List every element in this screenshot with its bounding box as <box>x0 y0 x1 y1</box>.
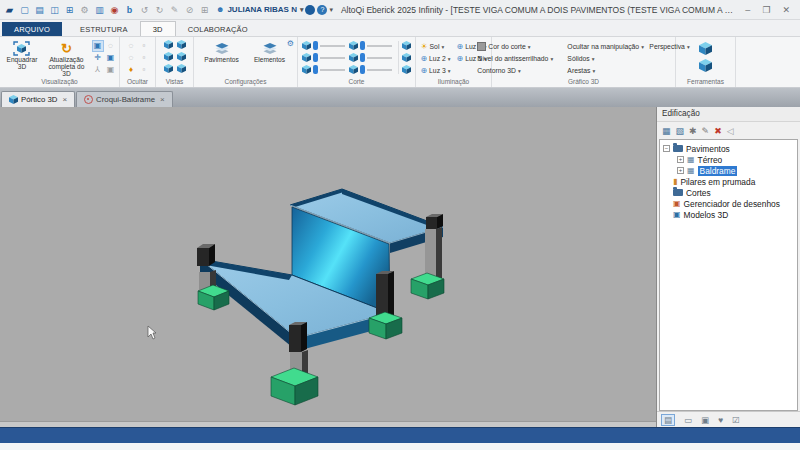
cut-slider-handle[interactable] <box>313 53 318 62</box>
bulb-icon[interactable]: ♦ <box>129 65 133 75</box>
tool-cube-icon[interactable] <box>699 59 712 72</box>
cut-cube-icon[interactable] <box>402 53 411 62</box>
user-account-button[interactable]: ☻ JULIANA RIBAS N ▾ <box>216 5 303 14</box>
edit-icon[interactable]: ✎ <box>702 126 710 136</box>
exit-icon[interactable]: ◁ <box>727 126 734 136</box>
tree-item-baldrame[interactable]: + ▦ Baldrame <box>663 165 797 176</box>
hide-layer-icon[interactable]: ▫ <box>143 53 146 63</box>
nivel-antisserrilhado-button[interactable]: Nível do antisserrilhado▾ <box>477 54 561 63</box>
collapse-icon[interactable]: − <box>663 145 670 152</box>
cor-do-corte-button[interactable]: Cor do corte▾ <box>477 42 561 51</box>
pan-icon[interactable]: ✛ <box>94 53 101 63</box>
cut-slider-track[interactable] <box>320 69 345 71</box>
view-cube-icon[interactable] <box>164 64 173 76</box>
enquadrar-3d-button[interactable]: Enquadrar 3D <box>2 39 42 70</box>
minimize-button[interactable]: – <box>745 5 750 15</box>
tab-portico-3d[interactable]: Pórtico 3D × <box>1 91 75 107</box>
tab-colaboracao[interactable]: COLABORAÇÃO <box>176 22 260 36</box>
cut-cube-icon[interactable] <box>402 65 411 74</box>
hide-element-icon[interactable]: ◌ <box>129 41 134 51</box>
tasks-tab-icon[interactable]: ☑ <box>732 415 740 425</box>
expand-icon[interactable]: ⊞ <box>199 5 210 15</box>
cut-slider-handle[interactable] <box>360 53 365 62</box>
monitor-icon[interactable]: ▣ <box>107 53 115 63</box>
arestas-button[interactable]: Arestas▾ <box>567 66 643 75</box>
favorites-tab-icon[interactable]: ♥ <box>718 415 723 425</box>
target-icon[interactable]: ◉ <box>109 5 120 15</box>
save-icon[interactable]: ◫ <box>49 5 60 15</box>
restore-button[interactable]: ❐ <box>762 5 770 15</box>
walk-mode-icon[interactable]: ⅄ <box>95 65 100 75</box>
new-file-icon[interactable]: ▢ <box>19 5 30 15</box>
tools-icon[interactable]: ✱ <box>689 126 697 136</box>
expand-icon[interactable]: + <box>677 167 684 174</box>
chevron-down-icon[interactable]: ▾ <box>329 6 333 14</box>
model-tab-icon[interactable]: ▣ <box>701 415 709 425</box>
tab-croqui-baldrame[interactable]: Croqui-Baldrame × <box>76 91 173 107</box>
cut-slider-track[interactable] <box>367 69 392 71</box>
cut-slider-handle[interactable] <box>313 65 318 74</box>
help-icon[interactable]: ? <box>317 5 327 15</box>
cut-slider-handle[interactable] <box>313 41 318 50</box>
tree-item-modelos-3d[interactable]: ▣ Modelos 3D <box>663 209 797 220</box>
cut-slider-track[interactable] <box>320 45 345 47</box>
view-cube-icon[interactable] <box>164 52 173 64</box>
save-all-icon[interactable]: ⊞ <box>64 5 75 15</box>
link-icon[interactable]: ⊘ <box>184 5 195 15</box>
tree-item-pilares[interactable]: ▮ Pilares em prumada <box>663 176 797 187</box>
gear-icon[interactable]: ⚙ <box>287 39 294 48</box>
letter-b-icon[interactable]: b <box>124 5 135 15</box>
redo-icon[interactable]: ↻ <box>154 5 165 15</box>
pavimentos-button[interactable]: Pavimentos <box>199 39 245 63</box>
insert-floor-icon[interactable]: ▧ <box>676 126 685 136</box>
close-button[interactable]: ✕ <box>782 5 790 15</box>
tab-estrutura[interactable]: ESTRUTURA <box>68 22 140 36</box>
close-tab-icon[interactable]: × <box>160 95 165 104</box>
iso-view-icon[interactable]: ▣ <box>92 40 104 52</box>
tree-item-gerenciador[interactable]: ▣ Gerenciador de desenhos <box>663 198 797 209</box>
sheet-tab-icon[interactable]: ▭ <box>684 415 692 425</box>
expand-icon[interactable]: + <box>677 156 684 163</box>
tab-3d[interactable]: 3D <box>140 21 176 36</box>
tab-arquivo[interactable]: ARQUIVO <box>2 22 62 36</box>
solidos-button[interactable]: Sólidos▾ <box>567 54 643 63</box>
view-cube-icon[interactable] <box>177 52 186 64</box>
cut-slider-track[interactable] <box>320 57 345 59</box>
ocultar-manipulacao-button[interactable]: Ocultar na manipulação▾ <box>567 42 643 51</box>
magnifier-icon[interactable]: ◌ <box>108 41 113 51</box>
cut-slider-handle[interactable] <box>360 65 365 74</box>
cut-slider-track[interactable] <box>367 45 392 47</box>
atualizacao-3d-button[interactable]: ↻ Atualização completa do 3D <box>44 39 89 77</box>
add-floor-icon[interactable]: ▦ <box>662 126 671 136</box>
hide-group-icon[interactable]: ◌ <box>129 53 134 63</box>
cut-cube-icon[interactable] <box>402 41 411 50</box>
view-cube-icon[interactable] <box>177 64 186 76</box>
status-bar <box>0 427 800 443</box>
view-cube-icon[interactable] <box>164 40 173 52</box>
cut-slider-handle[interactable] <box>360 41 365 50</box>
luz2-button[interactable]: ⊕Luz 2▾ <box>420 54 450 63</box>
delete-icon[interactable]: ✖ <box>714 126 722 136</box>
structure-tab-icon[interactable]: ▤ <box>661 414 675 426</box>
sol-button[interactable]: ☀Sol▾ <box>420 42 450 51</box>
elementos-button[interactable]: Elementos <box>247 39 293 63</box>
luz3-button[interactable]: ⊕Luz 3▾ <box>420 66 450 75</box>
hide-box-icon[interactable]: ▫ <box>143 41 146 51</box>
settings-icon[interactable]: ⚙ <box>79 5 90 15</box>
close-tab-icon[interactable]: × <box>62 95 67 104</box>
tree-item-terreo[interactable]: + ▦ Térreo <box>663 154 797 165</box>
view-cube-icon[interactable] <box>177 40 186 52</box>
open-file-icon[interactable]: ▤ <box>34 5 45 15</box>
tree-item-pavimentos[interactable]: − Pavimentos <box>663 143 797 154</box>
monitor-off-icon[interactable]: ▣ <box>107 65 115 75</box>
edit-icon[interactable]: ✎ <box>169 5 180 15</box>
notebook-icon[interactable]: ▥ <box>94 5 105 15</box>
hide-all-icon[interactable]: ▫ <box>143 65 146 75</box>
cut-slider-track[interactable] <box>367 57 392 59</box>
undo-icon[interactable]: ↺ <box>139 5 150 15</box>
contorno-3d-button[interactable]: Contorno 3D▾ <box>477 66 561 75</box>
sync-icon[interactable] <box>305 5 315 15</box>
tool-cube-icon[interactable] <box>699 42 712 55</box>
tree-item-cortes[interactable]: Cortes <box>663 187 797 198</box>
3d-viewport[interactable] <box>0 107 656 421</box>
